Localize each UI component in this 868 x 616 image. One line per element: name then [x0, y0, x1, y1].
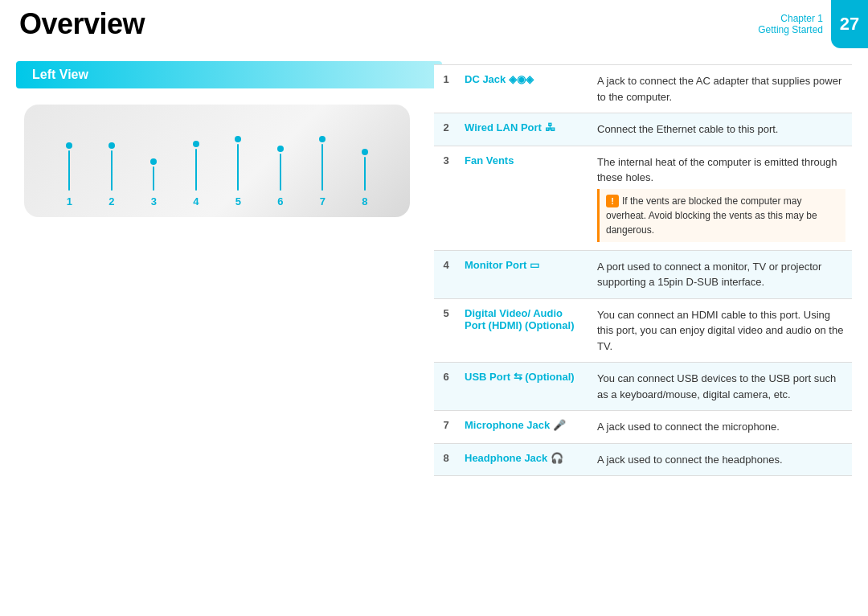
row-desc-1: A jack to connect the AC adapter that su… — [591, 65, 852, 113]
row-num-2: 2 — [434, 113, 458, 146]
row-name-4: Monitor Port ▭ — [458, 250, 591, 298]
port-item-6: 6 — [277, 146, 284, 207]
port-item-5: 5 — [235, 136, 241, 207]
table-row: 4Monitor Port ▭A port used to connect a … — [434, 250, 852, 298]
port-dot-8 — [362, 149, 368, 155]
table-row: 7Microphone Jack 🎤A jack used to connect… — [434, 411, 852, 444]
chapter-label: Chapter 1 — [758, 13, 823, 24]
laptop-side-illustration: 1 2 3 4 5 — [24, 105, 410, 217]
row-desc-7: A jack used to connect the microphone. — [591, 411, 852, 444]
table-row: 6USB Port ⇆ (Optional)You can connect US… — [434, 363, 852, 411]
port-label-7: 7 — [320, 195, 326, 207]
row-name-6: USB Port ⇆ (Optional) — [458, 363, 591, 411]
chapter-badge: Chapter 1 Getting Started 27 — [758, 0, 868, 48]
port-item-2: 2 — [108, 142, 115, 207]
port-line-2 — [111, 150, 113, 191]
table-row: 1DC Jack ◈◉◈A jack to connect the AC ada… — [434, 65, 852, 113]
port-dot-5 — [235, 136, 241, 142]
port-line-3 — [153, 166, 154, 191]
row-num-6: 6 — [434, 363, 458, 411]
row-num-5: 5 — [434, 298, 458, 363]
port-line-1 — [68, 150, 70, 191]
row-num-4: 4 — [434, 250, 458, 298]
port-item-4: 4 — [193, 141, 199, 207]
port-label-2: 2 — [108, 195, 114, 207]
chapter-text: Chapter 1 Getting Started — [758, 13, 831, 35]
page-header: Overview Chapter 1 Getting Started 27 — [0, 0, 868, 48]
row-desc-6: You can connect USB devices to the USB p… — [591, 363, 852, 411]
row-name-3: Fan Vents — [458, 146, 591, 250]
row-desc-8: A jack used to connect the headphones. — [591, 443, 852, 476]
table-row: 2Wired LAN Port 🖧Connect the Ethernet ca… — [434, 113, 852, 146]
row-name-1: DC Jack ◈◉◈ — [458, 65, 591, 113]
port-label-3: 3 — [151, 195, 157, 207]
right-panel: 1DC Jack ◈◉◈A jack to connect the AC ada… — [434, 64, 852, 476]
warning-icon: ! — [606, 195, 619, 207]
port-dot-1 — [66, 142, 72, 149]
row-desc-3: The internal heat of the computer is emi… — [591, 146, 852, 250]
row-name-7: Microphone Jack 🎤 — [458, 411, 591, 444]
port-label-1: 1 — [67, 195, 72, 207]
row-num-1: 1 — [434, 65, 458, 113]
port-item-7: 7 — [319, 136, 326, 207]
page-title: Overview — [19, 7, 145, 41]
row-warning-3: !If the vents are blocked the computer m… — [597, 189, 845, 242]
port-dot-2 — [108, 142, 115, 149]
port-label-6: 6 — [277, 195, 283, 207]
port-dot-6 — [277, 146, 284, 152]
port-line-4 — [195, 149, 197, 191]
table-row: 5Digital Video/ Audio Port (HDMI) (Optio… — [434, 298, 852, 363]
chapter-number: 27 — [831, 0, 868, 48]
row-desc-2: Connect the Ethernet cable to this port. — [591, 113, 852, 146]
row-desc-4: A port used to connect a monitor, TV or … — [591, 250, 852, 298]
port-line-5 — [237, 144, 239, 191]
row-name-5: Digital Video/ Audio Port (HDMI) (Option… — [458, 298, 591, 363]
row-num-3: 3 — [434, 146, 458, 250]
ports-table: 1DC Jack ◈◉◈A jack to connect the AC ada… — [434, 64, 852, 476]
chapter-subtitle: Getting Started — [758, 24, 823, 35]
port-line-8 — [364, 157, 366, 191]
row-desc-5: You can connect an HDMI cable to this po… — [591, 298, 852, 363]
port-line-7 — [321, 144, 323, 191]
row-name-8: Headphone Jack 🎧 — [458, 443, 591, 476]
row-num-7: 7 — [434, 411, 458, 444]
port-line-6 — [280, 154, 281, 191]
row-num-8: 8 — [434, 443, 458, 476]
port-item-8: 8 — [362, 149, 368, 207]
port-dot-3 — [150, 158, 157, 165]
port-item-1: 1 — [66, 142, 72, 207]
ports-row: 1 2 3 4 5 — [24, 136, 410, 207]
port-label-5: 5 — [235, 195, 241, 207]
port-dot-4 — [193, 141, 199, 147]
port-item-3: 3 — [150, 158, 157, 207]
table-row: 3Fan VentsThe internal heat of the compu… — [434, 146, 852, 250]
port-dot-7 — [319, 136, 326, 142]
table-row: 8Headphone Jack 🎧A jack used to connect … — [434, 443, 852, 476]
left-panel: 1 2 3 4 5 — [16, 80, 426, 217]
port-label-4: 4 — [193, 195, 199, 207]
port-label-8: 8 — [362, 195, 367, 207]
row-name-2: Wired LAN Port 🖧 — [458, 113, 591, 146]
